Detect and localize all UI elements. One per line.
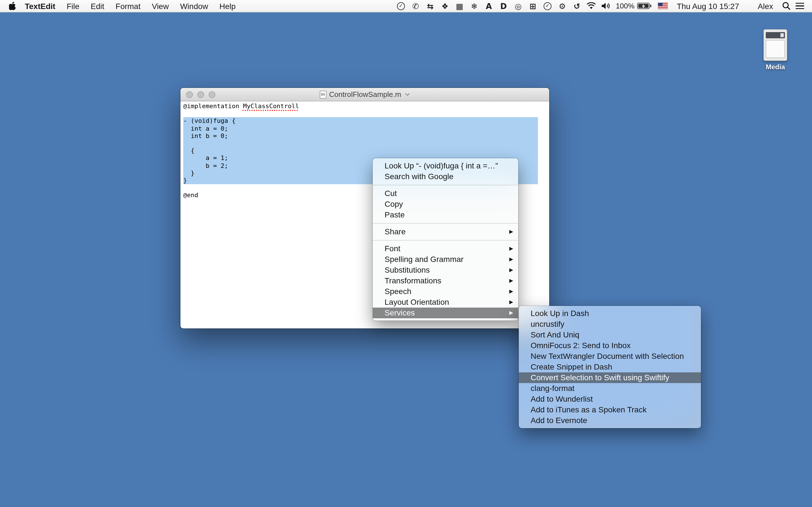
menu-item-omnifocus-2-send-to-inbox[interactable]: OmniFocus 2: Send to Inbox xyxy=(519,340,701,351)
menu-separator xyxy=(373,240,518,240)
menu-item-spelling-and-grammar[interactable]: Spelling and Grammar▶ xyxy=(373,254,518,265)
menu-item-clang-format[interactable]: clang-format xyxy=(519,383,701,394)
menu-item-label: Look Up in Dash xyxy=(530,309,589,318)
submenu-arrow-icon: ▶ xyxy=(509,254,513,265)
desktop[interactable]: TextEdit FileEditFormatViewWindowHelp ✓✆… xyxy=(0,0,812,507)
menu-item-convert-selection-to-swift-using-swiftify[interactable]: Convert Selection to Swift using Swiftif… xyxy=(519,372,701,383)
app-menu-title[interactable]: TextEdit xyxy=(19,1,61,10)
submenu-arrow-icon: ▶ xyxy=(509,265,513,276)
letter-a-app-icon[interactable]: A xyxy=(481,0,496,12)
desktop-icon-label: Media xyxy=(758,63,792,71)
submenu-arrow-icon: ▶ xyxy=(509,276,513,286)
menu-item-add-to-wunderlist[interactable]: Add to Wunderlist xyxy=(519,394,701,404)
code-line[interactable]: { xyxy=(183,147,538,154)
menu-separator xyxy=(373,185,518,185)
menu-item-paste[interactable]: Paste xyxy=(373,210,518,220)
submenu-arrow-icon: ▶ xyxy=(509,297,513,307)
notification-center-icon[interactable] xyxy=(796,3,804,9)
check-circle-icon[interactable]: ✓ xyxy=(540,0,555,12)
menu-item-label: Layout Orientation xyxy=(385,297,449,306)
time-machine-icon[interactable]: ↺ xyxy=(569,0,584,12)
code-line[interactable]: int a = 0; xyxy=(183,125,538,132)
task-check-icon[interactable]: ✓ xyxy=(394,0,408,12)
wifi-icon[interactable] xyxy=(584,2,599,10)
apple-menu[interactable] xyxy=(6,2,19,10)
services-submenu: Look Up in DashuncrustifySort And UniqOm… xyxy=(519,306,701,428)
close-button[interactable] xyxy=(186,91,193,98)
menu-item-look-up-void-fuga-int-a[interactable]: Look Up “- (void)fuga { int a =…” xyxy=(373,161,518,171)
gear-icon[interactable]: ⚙ xyxy=(555,0,569,12)
submenu-arrow-icon: ▶ xyxy=(509,286,513,297)
menu-item-look-up-in-dash[interactable]: Look Up in Dash xyxy=(519,308,701,319)
grid-icon[interactable]: ⊞ xyxy=(525,0,540,12)
menu-item-copy[interactable]: Copy xyxy=(373,199,518,210)
menu-item-create-snippet-in-dash[interactable]: Create Snippet in Dash xyxy=(519,362,701,372)
battery-icon xyxy=(637,3,650,9)
zoom-button[interactable] xyxy=(209,91,215,98)
menu-bar: TextEdit FileEditFormatViewWindowHelp ✓✆… xyxy=(0,0,812,12)
menu-item-transformations[interactable]: Transformations▶ xyxy=(373,276,518,286)
code-line[interactable]: - (void)fuga { xyxy=(183,117,538,125)
menu-view[interactable]: View xyxy=(146,1,174,10)
menu-item-label: Share xyxy=(385,227,406,236)
submenu-arrow-icon: ▶ xyxy=(509,243,513,254)
window-title: ControlFlowSample.m xyxy=(329,90,401,99)
window-title-group: m ControlFlowSample.m xyxy=(319,90,410,99)
menu-item-label: Search with Google xyxy=(385,172,453,181)
input-language-flag-icon[interactable] xyxy=(658,3,668,9)
menu-item-label: Look Up “- (void)fuga { int a =…” xyxy=(385,161,498,170)
menu-item-services[interactable]: Services▶ xyxy=(373,307,518,318)
menu-item-add-to-evernote[interactable]: Add to Evernote xyxy=(519,415,701,426)
code-line[interactable] xyxy=(183,140,538,147)
menu-item-label: Transformations xyxy=(385,276,441,285)
battery-percent-label: 100% xyxy=(616,2,635,10)
menu-item-speech[interactable]: Speech▶ xyxy=(373,286,518,297)
desktop-icon-media[interactable]: Media xyxy=(758,29,792,71)
menu-item-font[interactable]: Font▶ xyxy=(373,243,518,254)
menu-item-label: Sort And Uniq xyxy=(530,330,579,339)
menu-edit[interactable]: Edit xyxy=(85,1,110,10)
app-diamond-icon[interactable]: ❖ xyxy=(438,0,452,12)
title-bar[interactable]: m ControlFlowSample.m xyxy=(181,88,549,101)
submenu-arrow-icon: ▶ xyxy=(509,226,513,237)
code-line[interactable]: int b = 0; xyxy=(183,132,538,140)
menu-item-label: Create Snippet in Dash xyxy=(530,362,612,371)
menu-item-layout-orientation[interactable]: Layout Orientation▶ xyxy=(373,297,518,307)
fast-user-switching-menu[interactable]: Alex xyxy=(744,1,779,10)
target-icon[interactable]: ◎ xyxy=(511,0,525,12)
minimize-button[interactable] xyxy=(197,91,204,98)
menu-item-share[interactable]: Share▶ xyxy=(373,226,518,237)
menu-item-substitutions[interactable]: Substitutions▶ xyxy=(373,265,518,276)
context-menu: Look Up “- (void)fuga { int a =…”Search … xyxy=(373,158,518,321)
menu-item-new-textwrangler-document-with-selection[interactable]: New TextWrangler Document with Selection xyxy=(519,351,701,362)
keyboard-icon[interactable]: ▦ xyxy=(452,0,467,12)
menu-item-label: Font xyxy=(385,244,400,253)
code-line[interactable] xyxy=(183,110,538,117)
document-proxy-icon[interactable]: m xyxy=(319,91,326,98)
code-line[interactable]: @implementation MyClassControll xyxy=(183,103,538,110)
menu-item-add-to-itunes-as-a-spoken-track[interactable]: Add to iTunes as a Spoken Track xyxy=(519,404,701,415)
menu-item-label: Speech xyxy=(385,287,411,296)
snowflake-icon[interactable]: ❄ xyxy=(467,0,481,12)
menu-item-label: Spelling and Grammar xyxy=(385,255,463,264)
sync-arrows-icon[interactable]: ⇆ xyxy=(423,0,438,12)
battery-status[interactable]: 100% xyxy=(613,2,654,10)
menu-item-label: Convert Selection to Swift using Swiftif… xyxy=(530,373,669,382)
dash-app-icon[interactable]: D xyxy=(496,0,511,12)
menu-item-cut[interactable]: Cut xyxy=(373,188,518,199)
volume-icon[interactable] xyxy=(599,2,613,10)
menu-file[interactable]: File xyxy=(61,1,85,10)
menu-item-label: New TextWrangler Document with Selection xyxy=(530,351,684,360)
menu-item-sort-and-uniq[interactable]: Sort And Uniq xyxy=(519,330,701,340)
menu-format[interactable]: Format xyxy=(110,1,146,10)
menu-help[interactable]: Help xyxy=(214,1,241,10)
menu-window[interactable]: Window xyxy=(174,1,214,10)
phone-icon[interactable]: ✆ xyxy=(408,0,423,12)
menu-item-uncrustify[interactable]: uncrustify xyxy=(519,319,701,330)
menu-item-search-with-google[interactable]: Search with Google xyxy=(373,171,518,182)
menu-item-label: Add to Evernote xyxy=(530,416,587,425)
menu-bar-clock[interactable]: Thu Aug 10 15:27 xyxy=(672,1,744,10)
title-chevron-icon[interactable] xyxy=(405,93,410,96)
menu-item-label: Cut xyxy=(385,189,397,198)
spotlight-search-icon[interactable] xyxy=(779,2,794,10)
